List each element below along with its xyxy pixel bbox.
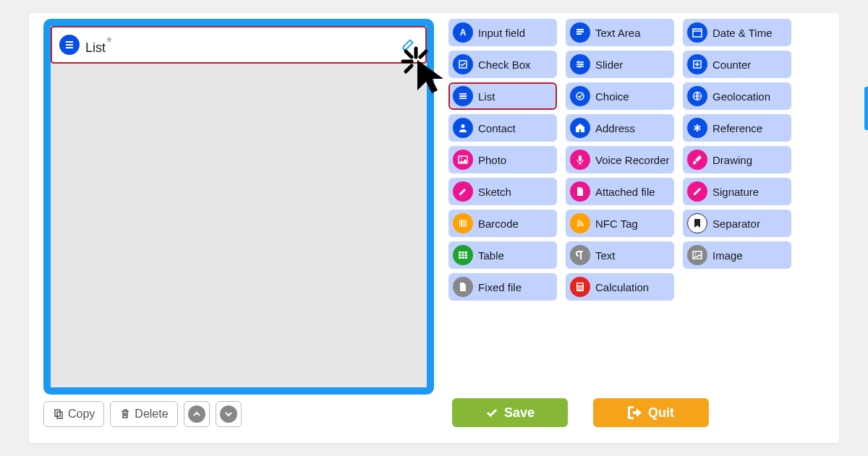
svg-point-23 [579,288,581,290]
quit-button[interactable]: Quit [593,398,709,427]
chevron-up-icon [188,405,205,423]
svg-point-21 [582,287,583,288]
scroll-indicator [864,87,868,130]
palette-item-separator[interactable]: Separator [683,210,791,237]
edit-icon[interactable] [401,36,418,53]
svg-point-16 [577,225,579,227]
palette-item-fixed-file[interactable]: Fixed file [448,273,557,301]
palette-item-label: Input field [478,27,525,39]
calendar-icon [687,22,707,43]
palette-item-label: Table [478,249,504,262]
palette-item-counter[interactable]: Counter [683,51,791,78]
barcode-icon [453,213,473,233]
delete-button[interactable]: Delete [110,401,177,427]
pencil-icon [453,181,473,202]
person-icon [453,118,473,138]
palette-item-signature[interactable]: Signature [683,178,791,205]
palette-item-label: Signature [712,186,759,198]
save-button[interactable]: Save [452,398,568,427]
palette-item-table[interactable]: Table [448,241,557,269]
palette-item-label: Geolocation [712,90,770,103]
palette-item-nfc-tag[interactable]: NFC Tag [566,210,674,237]
copy-icon [53,408,64,420]
photo-icon [453,150,473,170]
svg-point-9 [461,158,462,159]
svg-rect-25 [693,29,702,37]
palette-item-label: Drawing [712,154,752,166]
palette-item-drawing[interactable]: Drawing [683,146,791,173]
svg-rect-18 [578,284,583,286]
delete-label: Delete [135,408,168,421]
svg-point-12 [581,64,583,66]
trash-icon [119,408,131,420]
palette-item-label: Reference [712,122,762,134]
palette-item-label: Separator [712,218,760,230]
palette-item-input-field[interactable]: AInput field [448,19,557,46]
copy-button[interactable]: Copy [43,401,104,427]
list-icon [453,86,473,106]
chevron-down-icon [220,405,237,423]
paragraph-icon [570,245,590,265]
palette-item-label: Sketch [478,186,511,198]
field-palette: AInput fieldCheck BoxListContactPhotoSke… [448,19,791,301]
palette-item-choice[interactable]: Choice [566,82,674,110]
rss-icon [570,213,590,233]
palette-item-voice-recorder[interactable]: Voice Recorder [566,146,674,173]
palette-item-photo[interactable]: Photo [448,146,557,173]
quit-label: Quit [648,405,674,421]
palette-item-label: Calculation [595,281,649,293]
palette-item-image[interactable]: Image [683,241,791,269]
file-icon [453,277,473,297]
palette-item-calculation[interactable]: Calculation [566,273,674,301]
palette-item-label: List [478,90,495,103]
svg-point-7 [461,124,465,128]
svg-point-22 [578,288,579,290]
globe-icon [687,86,707,106]
palette-item-geolocation[interactable]: Geolocation [683,82,791,110]
palette-item-text[interactable]: Text [566,241,674,269]
palette-item-attached-file[interactable]: Attached file [566,178,674,205]
palette-item-label: Contact [478,122,516,134]
svg-point-29 [695,253,697,254]
palette-item-label: Barcode [478,218,519,230]
palette-item-label: Attached file [595,186,655,198]
check-icon [485,406,498,419]
palette-item-list[interactable]: List [448,82,557,110]
slider-icon [570,54,590,74]
home-icon [570,118,590,138]
palette-item-label: Voice Recorder [595,154,670,166]
palette-item-label: Counter [712,59,751,71]
palette-item-label: Address [595,122,635,134]
canvas-field-list[interactable]: List* [51,26,427,64]
mic-icon [570,150,590,170]
image-icon [687,245,707,265]
palette-item-reference[interactable]: Reference [683,114,791,142]
brush-icon [687,150,707,170]
palette-item-contact[interactable]: Contact [448,114,557,142]
file-icon [570,181,590,202]
move-up-button[interactable] [184,401,210,427]
palette-item-label: Slider [595,59,623,71]
palette-item-sketch[interactable]: Sketch [448,178,557,205]
palette-item-address[interactable]: Address [566,114,674,142]
palette-item-label: Text [595,249,616,262]
palette-item-date-time[interactable]: Date & Time [683,19,791,46]
svg-point-19 [578,287,579,288]
palette-column: Date & TimeCounterGeolocationReferenceDr… [683,19,791,301]
palette-item-check-box[interactable]: Check Box [448,51,557,78]
calculator-icon [570,277,590,297]
svg-text:A: A [460,27,467,38]
palette-item-label: NFC Tag [595,218,638,230]
form-canvas[interactable]: List* [43,19,434,395]
asterisk-icon [687,118,707,138]
plus-box-icon [687,54,707,74]
palette-item-slider[interactable]: Slider [566,51,674,78]
palette-item-text-area[interactable]: Text Area [566,19,674,46]
palette-item-label: Date & Time [712,27,773,39]
canvas-field-label: List* [85,34,112,56]
move-down-button[interactable] [216,401,242,427]
palette-item-barcode[interactable]: Barcode [448,210,557,237]
element-toolbar: Copy Delete [43,401,242,427]
palette-item-label: Text Area [595,27,641,39]
svg-point-24 [582,288,583,290]
